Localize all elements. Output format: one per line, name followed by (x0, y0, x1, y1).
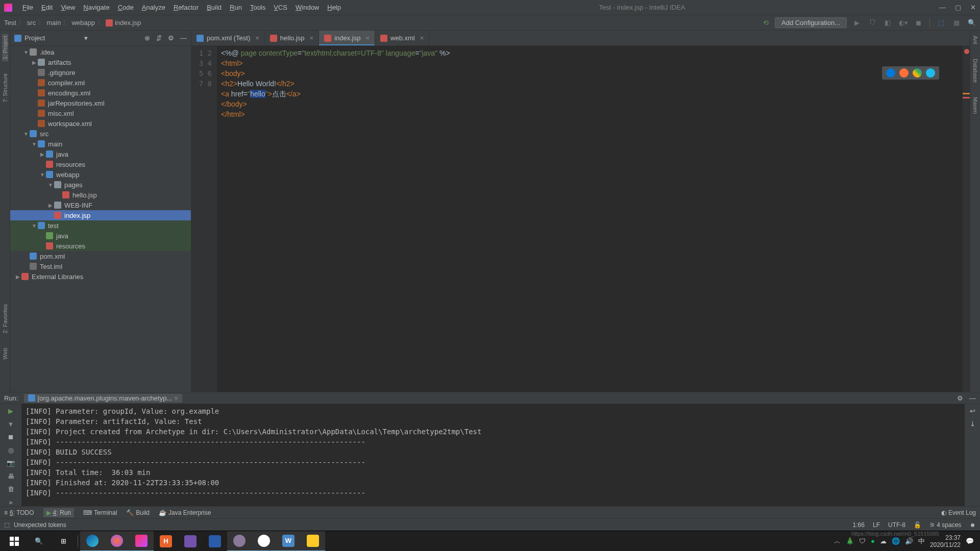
wps-taskbar-icon[interactable]: W (276, 531, 301, 552)
restart-icon[interactable]: ⏹ (6, 433, 15, 441)
project-tool-button[interactable]: 1: Project (2, 34, 8, 61)
breadcrumb-item[interactable]: main (46, 19, 61, 27)
close-icon[interactable]: ✕ (970, 4, 976, 11)
tree-node-external-libraries[interactable]: ▶External Libraries (10, 271, 191, 282)
menu-edit[interactable]: Edit (37, 4, 57, 11)
tree-node-pom-xml[interactable]: pom.xml (10, 251, 191, 261)
menu-build[interactable]: Build (203, 4, 226, 11)
tray-app-icon[interactable]: 🎄 (846, 537, 854, 545)
tray-defender-icon[interactable]: 🛡 (859, 537, 866, 545)
menu-analyze[interactable]: Analyze (138, 4, 169, 11)
expand-all-icon[interactable]: ⇵ (156, 34, 162, 42)
breadcrumb[interactable]: Test〉src〉main〉webapp〉index.jsp (4, 18, 141, 28)
error-stripe[interactable] (963, 46, 970, 392)
readonly-icon[interactable]: 🔓 (914, 521, 921, 529)
run-hide-icon[interactable]: — (969, 394, 976, 402)
favorites-tool-button[interactable]: 2: Favorites (2, 302, 8, 335)
filter-icon[interactable]: ◎ (6, 446, 15, 455)
event-log-button[interactable]: ◐Event Log (941, 509, 976, 516)
menu-file[interactable]: File (18, 4, 37, 11)
breadcrumb-item[interactable]: src (27, 19, 36, 27)
menu-navigate[interactable]: Navigate (79, 4, 113, 11)
build-tool-button[interactable]: 🔨Build (126, 509, 150, 516)
tree-node-artifacts[interactable]: ▶artifacts (10, 57, 191, 67)
tree-node-test[interactable]: ▼test (10, 220, 191, 231)
indent-info[interactable]: ⚞ 4 spaces (929, 521, 961, 529)
menu-help[interactable]: Help (323, 4, 345, 11)
tree-node-web-inf[interactable]: ▶WEB-INF (10, 200, 191, 210)
tree-arrow-icon[interactable]: ▶ (14, 274, 21, 280)
file-encoding[interactable]: UTF-8 (888, 521, 905, 529)
minimize-icon[interactable]: — (939, 4, 946, 11)
close-tab-icon[interactable]: × (420, 34, 424, 42)
tree-node-src[interactable]: ▼src (10, 129, 191, 139)
update-icon[interactable]: ⬚ (937, 19, 945, 27)
java-ee-tool-button[interactable]: ☕Java Enterprise (159, 509, 211, 516)
tree-node-pages[interactable]: ▼pages (10, 180, 191, 190)
tree-node-java[interactable]: java (10, 231, 191, 241)
menu-tools[interactable]: Tools (246, 4, 270, 11)
status-icon[interactable]: ⬚ (4, 521, 10, 529)
edge-taskbar-icon[interactable] (80, 531, 105, 552)
tree-node-encodings-xml[interactable]: encodings.xml (10, 88, 191, 98)
ant-tool-button[interactable]: Ant (972, 34, 978, 46)
tray-chevron-icon[interactable]: ︿ (834, 537, 841, 546)
close-tab-icon[interactable]: × (255, 34, 259, 42)
warning-mark[interactable] (963, 93, 970, 94)
ie-icon[interactable] (926, 68, 935, 78)
tree-node--gitignore[interactable]: .gitignore (10, 67, 191, 78)
menu-window[interactable]: Window (291, 4, 323, 11)
rerun-icon[interactable]: ▶ (6, 407, 15, 415)
tray-network-icon[interactable]: 🌐 (892, 537, 900, 545)
tree-node-resources[interactable]: resources (10, 241, 191, 251)
tree-arrow-icon[interactable]: ▼ (22, 49, 30, 55)
structure-icon[interactable]: ▦ (952, 19, 961, 27)
tree-node-misc-xml[interactable]: misc.xml (10, 108, 191, 118)
tree-arrow-icon[interactable]: ▼ (39, 172, 46, 178)
inspection-icon[interactable]: ☻ (969, 521, 976, 529)
locate-icon[interactable]: ⊕ (144, 34, 150, 42)
firefox-icon[interactable] (899, 68, 909, 78)
add-configuration-button[interactable]: Add Configuration... (775, 17, 847, 28)
trash-icon[interactable]: 🗑 (6, 485, 15, 493)
start-button[interactable] (2, 531, 27, 552)
tree-arrow-icon[interactable]: ▶ (47, 203, 54, 208)
maven-tool-button[interactable]: Maven (972, 95, 978, 116)
menu-vcs[interactable]: VCS (270, 4, 291, 11)
todo-tool-button[interactable]: ≡6: TODO (4, 509, 34, 516)
coverage-icon[interactable]: ◧ (884, 19, 892, 27)
search-everywhere-icon[interactable]: 🔍 (968, 19, 976, 27)
breadcrumb-item[interactable]: Test (4, 19, 16, 27)
tree-arrow-icon[interactable]: ▼ (47, 182, 54, 188)
close-tab-icon[interactable]: × (365, 34, 370, 42)
tree-node-webapp[interactable]: ▼webapp (10, 169, 191, 180)
chrome-icon[interactable] (913, 68, 922, 78)
run-console[interactable]: [INFO] Parameter: groupId, Value: org.ex… (21, 404, 965, 506)
database-tool-button[interactable]: Database (972, 57, 978, 85)
menu-run[interactable]: Run (226, 4, 246, 11)
error-mark[interactable] (963, 97, 970, 98)
tab-index-jsp[interactable]: index.jsp× (319, 31, 375, 45)
hide-icon[interactable]: — (180, 34, 187, 42)
tree-node-jarrepositories-xml[interactable]: jarRepositories.xml (10, 98, 191, 108)
notification-icon[interactable]: 💬 (966, 537, 974, 545)
run-config-tab[interactable]: [org.apache.maven.plugins:maven-archetyp… (24, 394, 182, 403)
soft-wrap-icon[interactable]: ↩ (970, 407, 975, 415)
app-taskbar-icon[interactable] (203, 531, 227, 552)
tab-web-xml[interactable]: web.xml× (375, 31, 429, 45)
tray-volume-icon[interactable]: 🔊 (905, 537, 913, 545)
explorer-taskbar-icon[interactable] (301, 531, 325, 552)
web-tool-button[interactable]: Web (2, 346, 8, 361)
hbuilder-taskbar-icon[interactable]: H (154, 531, 178, 552)
vscode-taskbar-icon[interactable] (178, 531, 203, 552)
tree-node-index-jsp[interactable]: index.jsp (10, 210, 191, 220)
tree-arrow-icon[interactable]: ▼ (31, 223, 38, 229)
tab-pom-xml-test-[interactable]: pom.xml (Test)× (191, 31, 265, 45)
caret-position[interactable]: 1:66 (853, 521, 865, 529)
more-icon[interactable]: » (6, 498, 15, 507)
edge-icon[interactable] (886, 68, 895, 78)
debug-icon[interactable]: ⛉ (868, 19, 876, 27)
tree-arrow-icon[interactable]: ▼ (22, 131, 30, 137)
tree-node-compiler-xml[interactable]: compiler.xml (10, 78, 191, 88)
menu-refactor[interactable]: Refactor (169, 4, 203, 11)
